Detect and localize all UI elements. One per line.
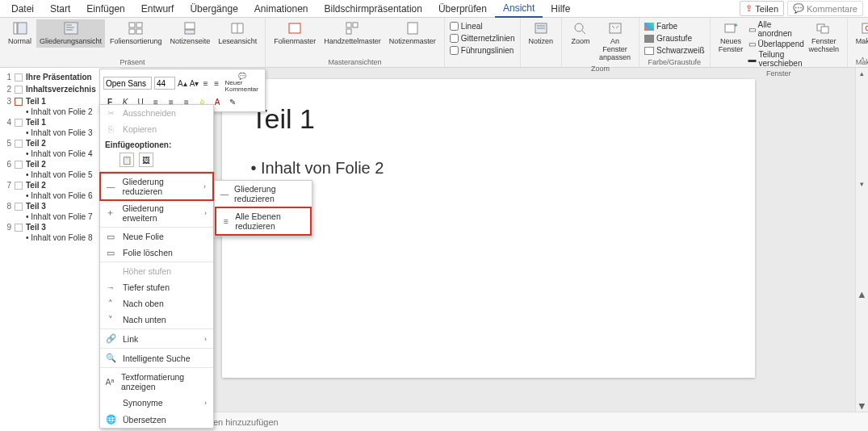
slide-bullet[interactable]: • Inhalt von Folie 2 bbox=[251, 159, 726, 178]
svg-point-20 bbox=[575, 23, 583, 31]
comments-button[interactable]: 💬Kommentare bbox=[787, 1, 863, 16]
paste-keep-format-icon[interactable]: 📋 bbox=[120, 153, 134, 167]
expand-outline-item[interactable]: ＋Gliederung erweitern› bbox=[100, 200, 213, 226]
tab-einfuegen[interactable]: Einfügen bbox=[78, 1, 132, 17]
switch-window-button[interactable]: Fenster wechseln bbox=[806, 19, 842, 56]
paste-options-label: Einfügeoptionen: bbox=[100, 137, 213, 151]
group-master: Folienmaster Handzettelmaster Notizenmas… bbox=[266, 18, 445, 67]
group-zoom: Zoom An Fenster anpassen Zoom bbox=[562, 18, 639, 67]
collapse-icon: — bbox=[220, 189, 229, 199]
gridlines-checkbox[interactable]: Gitternetzlinien bbox=[450, 33, 515, 44]
newwin-icon: ✦ bbox=[723, 21, 739, 36]
share-button[interactable]: ⇪Teilen bbox=[740, 1, 784, 16]
new-window-button[interactable]: ✦Neues Fenster bbox=[715, 19, 747, 56]
delete-slide-item[interactable]: ▭Folie löschen bbox=[100, 245, 213, 261]
tab-uebergaenge[interactable]: Übergänge bbox=[182, 1, 245, 17]
tab-entwurf[interactable]: Entwurf bbox=[133, 1, 182, 17]
paste-picture-icon[interactable]: 🖼 bbox=[139, 153, 153, 167]
tab-hilfe[interactable]: Hilfe bbox=[543, 1, 578, 17]
link-icon: 🔗 bbox=[105, 333, 116, 344]
svg-rect-16 bbox=[408, 23, 417, 34]
handout-master-button[interactable]: Handzettelmaster bbox=[321, 19, 384, 48]
decrease-font-icon[interactable]: A▾ bbox=[190, 77, 199, 90]
outline-title[interactable]: Teil 2 bbox=[26, 181, 46, 190]
outline-title[interactable]: Ihre Präsentation bbox=[26, 73, 92, 82]
copy-item: ⎘Kopieren bbox=[100, 121, 213, 137]
svg-rect-22 bbox=[610, 23, 621, 33]
outline-view-button[interactable]: Gliederungsansicht bbox=[36, 19, 105, 48]
slide-title[interactable]: Teil 1 bbox=[251, 103, 726, 135]
collapse-all-subitem[interactable]: ≡Alle Ebenen reduzieren bbox=[215, 207, 312, 236]
notes-button[interactable]: Notizen bbox=[526, 19, 557, 48]
copy-icon: ⎘ bbox=[105, 124, 116, 134]
collapse-outline-subitem[interactable]: —Gliederung reduzieren bbox=[215, 181, 312, 207]
prev-slide-icon[interactable]: ⯅ bbox=[858, 291, 866, 299]
split-button[interactable]: ▬Teilung verschieben bbox=[748, 49, 804, 69]
scroll-up-icon[interactable]: ▴ bbox=[860, 69, 864, 77]
group-notes: Notizen bbox=[521, 18, 563, 67]
outline-title[interactable]: Teil 3 bbox=[26, 202, 46, 211]
collapse-ribbon-icon[interactable]: ˄ bbox=[861, 56, 865, 65]
svg-text:✦: ✦ bbox=[733, 22, 738, 29]
next-slide-icon[interactable]: ⯆ bbox=[858, 402, 866, 410]
ruler-checkbox[interactable]: Lineal bbox=[450, 21, 483, 31]
switch-icon bbox=[816, 21, 832, 36]
guides-checkbox[interactable]: Führungslinien bbox=[450, 45, 514, 56]
format-icon: Aª bbox=[105, 377, 115, 387]
new-slide-item[interactable]: ▭Neue Folie bbox=[100, 228, 213, 245]
new-comment-button[interactable]: 💬Neuer Kommentar bbox=[224, 73, 262, 94]
cascade-button[interactable]: ▭Überlappend bbox=[748, 39, 804, 49]
collapse-submenu: —Gliederung reduzieren ≡Alle Ebenen redu… bbox=[214, 180, 312, 236]
translate-item[interactable]: 🌐Übersetzen bbox=[100, 411, 213, 428]
arrange-all-button[interactable]: ▭Alle anordnen bbox=[748, 19, 804, 39]
grayscale-button[interactable]: Graustufe bbox=[644, 33, 692, 44]
reading-view-button[interactable]: Leseansicht bbox=[215, 19, 260, 48]
tab-bar: Datei Start Einfügen Entwurf Übergänge A… bbox=[0, 0, 868, 18]
tab-start[interactable]: Start bbox=[42, 1, 78, 17]
macros-button[interactable]: Makros bbox=[853, 19, 868, 48]
collapse-outline-item[interactable]: —Gliederung reduzieren› bbox=[99, 172, 214, 201]
tab-animationen[interactable]: Animationen bbox=[246, 1, 317, 17]
tab-datei[interactable]: Datei bbox=[3, 1, 42, 17]
synonyms-item[interactable]: Synonyme› bbox=[100, 395, 213, 411]
demote-item[interactable]: →Tiefer stufen bbox=[100, 279, 213, 295]
sorter-view-button[interactable]: Foliensortierung bbox=[107, 19, 166, 48]
tab-ueberpruefen[interactable]: Überprüfen bbox=[430, 1, 495, 17]
increase-font-icon[interactable]: A▴ bbox=[178, 77, 187, 90]
decrease-indent-icon[interactable]: ≡ bbox=[201, 77, 210, 90]
move-down-item[interactable]: ˅Nach unten bbox=[100, 312, 213, 328]
show-formatting-item[interactable]: AªTextformatierung anzeigen bbox=[100, 369, 213, 395]
group-show: Lineal Gitternetzlinien Führungslinien bbox=[445, 18, 521, 67]
outline-title[interactable]: Inhaltsverzeichnis bbox=[26, 85, 96, 94]
normal-view-button[interactable]: Normal bbox=[5, 19, 35, 48]
color-icon bbox=[644, 23, 654, 31]
outline-title[interactable]: Teil 3 bbox=[26, 223, 46, 232]
scroll-down-icon[interactable]: ▾ bbox=[860, 180, 864, 188]
notes-view-button[interactable]: Notizenseite bbox=[167, 19, 214, 48]
move-up-item[interactable]: ˄Nach oben bbox=[100, 295, 213, 312]
outline-title[interactable]: Teil 2 bbox=[26, 139, 46, 148]
font-size-select[interactable] bbox=[154, 77, 175, 90]
fit-window-button[interactable]: An Fenster anpassen bbox=[596, 19, 634, 64]
smart-lookup-item[interactable]: 🔍Intelligente Suche bbox=[100, 349, 213, 366]
font-select[interactable] bbox=[103, 77, 152, 90]
format-painter-icon[interactable]: ✎ bbox=[226, 95, 239, 108]
vertical-scrollbar[interactable]: ▴▾⯅⯆ bbox=[855, 68, 868, 412]
bw-button[interactable]: Schwarzweiß bbox=[644, 45, 704, 56]
group-views: Normal Gliederungsansicht Foliensortieru… bbox=[0, 18, 266, 67]
color-button[interactable]: Farbe bbox=[644, 21, 677, 31]
outline-title[interactable]: Teil 2 bbox=[26, 160, 46, 169]
tab-bildschirm[interactable]: Bildschirmpräsentation bbox=[317, 1, 430, 17]
notes-master-button[interactable]: Notizenmaster bbox=[386, 19, 439, 48]
comment-icon: 💬 bbox=[793, 3, 804, 14]
outline-title[interactable]: Teil 1 bbox=[26, 97, 46, 106]
tab-ansicht[interactable]: Ansicht bbox=[495, 0, 543, 18]
slide-master-button[interactable]: Folienmaster bbox=[270, 19, 319, 48]
expand-icon: ＋ bbox=[105, 207, 115, 219]
outline-title[interactable]: Teil 1 bbox=[26, 118, 46, 127]
notes-pane[interactable]: Klicken Sie, um Notizen hinzuzufügen bbox=[121, 412, 868, 431]
increase-indent-icon[interactable]: ≡ bbox=[212, 77, 221, 90]
link-item[interactable]: 🔗Link› bbox=[100, 330, 213, 347]
zoom-button[interactable]: Zoom bbox=[567, 19, 594, 48]
share-icon: ⇪ bbox=[745, 3, 753, 14]
